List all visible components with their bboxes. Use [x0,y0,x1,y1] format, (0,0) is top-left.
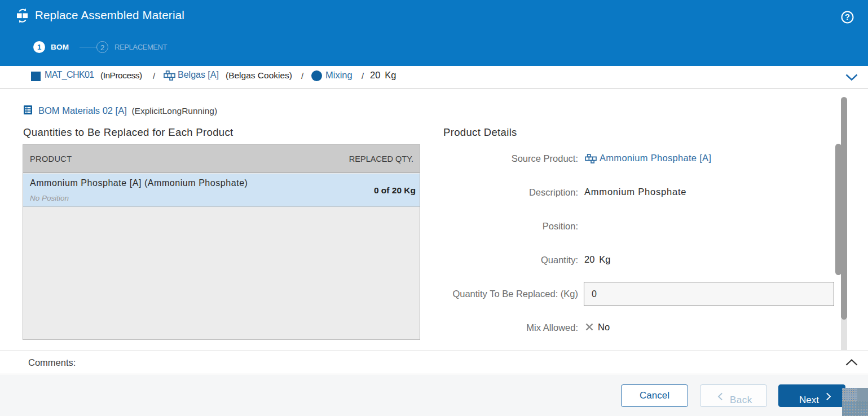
svg-text:?: ? [845,12,850,21]
